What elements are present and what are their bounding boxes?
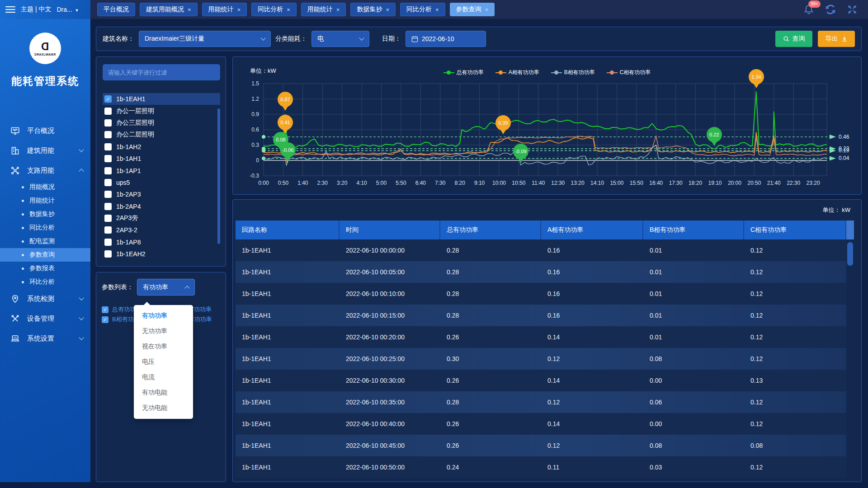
circuit-item-1b-1AH1[interactable]: 1b-1AH1 [103, 153, 220, 164]
refresh-icon[interactable] [825, 4, 836, 15]
table-row[interactable]: 1b-1EAH12022-06-10 00:40:000.260.140.000… [236, 413, 846, 435]
circuit-item-1b-1AP1[interactable]: 1b-1AP1 [103, 164, 220, 176]
tab-close-icon[interactable]: × [188, 6, 191, 13]
table-row[interactable]: 1b-1EAH12022-06-10 00:10:000.280.160.010… [236, 283, 846, 305]
dropdown-option-有功电能[interactable]: 有功电能 [134, 385, 193, 400]
checkbox-checked-icon[interactable]: ✓ [102, 306, 108, 313]
tab-建筑用能概况[interactable]: 建筑用能概况× [140, 3, 198, 16]
tab-close-icon[interactable]: × [435, 6, 439, 13]
circuit-item-1b-1EAH2[interactable]: 1b-1EAH2 [103, 248, 220, 259]
chevron-down-icon [79, 295, 84, 300]
dropdown-option-有功功率[interactable]: 有功功率 [134, 308, 193, 324]
dropdown-option-电流[interactable]: 电流 [134, 370, 193, 385]
checkbox-icon[interactable] [104, 215, 112, 222]
tab-参数查询[interactable]: 参数查询× [450, 3, 495, 16]
hamburger-menu-icon[interactable] [5, 6, 15, 13]
circuit-item-办公三层照明[interactable]: 办公三层照明 [103, 117, 220, 129]
table-scrollbar[interactable] [847, 242, 853, 266]
energy-type-select[interactable]: 电 [311, 31, 369, 47]
query-button[interactable]: 查询 [775, 31, 812, 47]
sidebar-subitem-配电监测[interactable]: 配电监测 [0, 235, 90, 248]
tab-close-icon[interactable]: × [336, 6, 340, 13]
user-dropdown[interactable]: Dra... ▼ [57, 6, 79, 13]
table-row[interactable]: 1b-1EAH12022-06-10 00:50:000.240.110.030… [236, 456, 846, 478]
svg-text:10:50: 10:50 [512, 180, 525, 186]
dropdown-option-无功功率[interactable]: 无功功率 [134, 324, 193, 339]
param-select[interactable]: 有功功率 [137, 279, 195, 296]
sidebar-item-设备管理[interactable]: 设备管理 [0, 309, 90, 328]
dropdown-option-视在功率[interactable]: 视在功率 [134, 339, 193, 354]
checkbox-icon[interactable] [104, 108, 112, 115]
dropdown-option-无功电能[interactable]: 无功电能 [134, 400, 193, 416]
circuit-item-1b-1AP8[interactable]: 1b-1AP8 [103, 236, 220, 248]
table-row[interactable]: 1b-1EAH12022-06-10 00:05:000.280.160.010… [236, 261, 846, 283]
sidebar-item-建筑用能[interactable]: 建筑用能 [0, 141, 90, 160]
logo-subtext: DRAXLMAIER [34, 53, 56, 56]
checkbox-icon[interactable] [104, 250, 112, 258]
tab-数据集抄[interactable]: 数据集抄× [350, 3, 396, 16]
tab-close-icon[interactable]: × [237, 6, 241, 13]
bell-icon[interactable]: 99+ [803, 4, 815, 15]
checkbox-icon[interactable] [104, 143, 112, 150]
circuit-item-1b-2AP3[interactable]: 1b-2AP3 [103, 188, 220, 200]
circuit-filter-input[interactable] [103, 64, 220, 80]
sidebar-item-系统检测[interactable]: 系统检测 [0, 289, 90, 309]
tab-同比分析[interactable]: 同比分析× [251, 3, 297, 16]
sidebar-subitem-环比分析[interactable]: 环比分析 [0, 275, 90, 289]
table-row[interactable]: 1b-1EAH12022-06-10 00:45:000.260.120.080… [236, 435, 846, 456]
fullscreen-icon[interactable] [846, 4, 858, 15]
circuit-item-label: 1b-1AP8 [116, 239, 141, 246]
circuit-list-scrollbar[interactable] [217, 108, 220, 244]
theme-language-label[interactable]: 主题 | 中文 [21, 5, 51, 14]
sidebar-subitem-用能统计[interactable]: 用能统计 [0, 194, 90, 207]
circuit-item-2AP3-2[interactable]: 2AP3-2 [103, 224, 220, 236]
circuit-item-办公二层照明[interactable]: 办公二层照明 [103, 129, 220, 141]
export-button[interactable]: 导出 [818, 31, 855, 47]
checkbox-checked-icon[interactable]: ✓ [104, 95, 112, 103]
sidebar-menu: 平台概况建筑用能支路用能用能概况用能统计数据集抄同比分析配电监测参数查询参数报表… [0, 121, 90, 348]
date-picker[interactable]: 2022-06-10 [406, 31, 486, 47]
checkbox-icon[interactable] [104, 239, 112, 246]
sidebar-item-平台概况[interactable]: 平台概况 [0, 121, 90, 141]
checkbox-icon[interactable] [104, 119, 112, 127]
checkbox-icon[interactable] [104, 203, 112, 210]
building-select[interactable]: DraexImaier三级计量 [139, 31, 271, 47]
circuit-item-1b-1EAH1[interactable]: ✓1b-1EAH1 [103, 93, 220, 105]
sidebar-subitem-用能概况[interactable]: 用能概况 [0, 180, 90, 194]
circuit-item-2AP3旁[interactable]: 2AP3旁 [103, 212, 220, 224]
sidebar-subitem-数据集抄[interactable]: 数据集抄 [0, 207, 90, 221]
table-row[interactable]: 1b-1EAH12022-06-10 00:00:000.280.160.010… [236, 239, 846, 261]
parameter-panel: 参数列表： 有功功率 ✓总有功功率✓A相有功功率✓B相有功功率✓C相有功功率 有… [96, 272, 226, 482]
sidebar-item-支路用能[interactable]: 支路用能 [0, 160, 90, 180]
checkbox-icon[interactable] [104, 167, 112, 174]
checkbox-icon[interactable] [104, 226, 112, 234]
table-row[interactable]: 1b-1EAH12022-06-10 00:35:000.280.120.060… [236, 391, 846, 413]
table-row[interactable]: 1b-1EAH12022-06-10 00:15:000.280.160.010… [236, 305, 846, 326]
table-row[interactable]: 1b-1EAH12022-06-10 00:20:000.260.140.010… [236, 326, 846, 348]
tab-close-icon[interactable]: × [485, 6, 489, 13]
circuit-item-1b-2AP4[interactable]: 1b-2AP4 [103, 201, 220, 212]
table-row[interactable]: 1b-1EAH12022-06-10 00:25:000.300.120.080… [236, 348, 846, 370]
tab-用能统计[interactable]: 用能统计× [301, 3, 346, 16]
tab-平台概况[interactable]: 平台概况 [97, 3, 135, 16]
dropdown-option-电压[interactable]: 电压 [134, 354, 193, 370]
checkbox-icon[interactable] [104, 191, 112, 198]
tab-close-icon[interactable]: × [287, 6, 290, 13]
circuit-item-1b-1AH2[interactable]: 1b-1AH2 [103, 141, 220, 153]
sidebar-subitem-参数查询[interactable]: 参数查询 [0, 248, 90, 262]
sidebar-subitem-参数报表[interactable]: 参数报表 [0, 262, 90, 275]
checkbox-checked-icon[interactable]: ✓ [102, 316, 108, 323]
circuit-item-办公一层照明[interactable]: 办公一层照明 [103, 105, 220, 117]
checkbox-icon[interactable] [104, 179, 112, 186]
checkbox-icon[interactable] [104, 131, 112, 138]
circuit-item-ups5[interactable]: ups5 [103, 177, 220, 188]
table-row[interactable]: 1b-1EAH12022-06-10 00:30:000.260.140.000… [236, 370, 846, 391]
sidebar-item-系统设置[interactable]: 系统设置 [0, 328, 90, 348]
checkbox-icon[interactable] [104, 155, 112, 162]
tab-用能统计[interactable]: 用能统计× [202, 3, 247, 16]
tab-close-icon[interactable]: × [386, 6, 389, 13]
tab-同比分析[interactable]: 同比分析× [400, 3, 445, 16]
svg-text:1.5: 1.5 [251, 80, 259, 87]
sidebar-subitem-同比分析[interactable]: 同比分析 [0, 221, 90, 235]
table-cell: 0.12 [744, 413, 846, 435]
